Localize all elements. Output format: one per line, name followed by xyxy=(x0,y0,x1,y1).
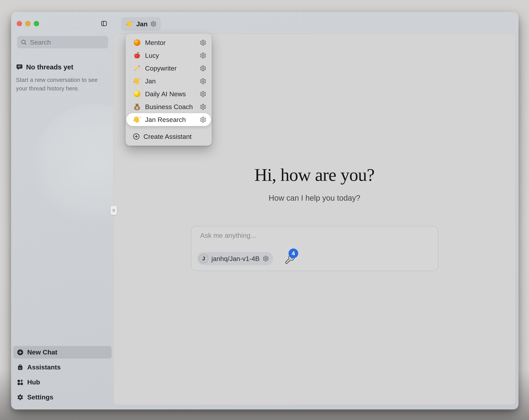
apple-icon xyxy=(132,51,142,60)
plus-circle-filled-icon xyxy=(17,349,24,356)
search-input[interactable] xyxy=(29,38,104,46)
plus-circle-icon xyxy=(132,133,140,140)
nav-item-label: Hub xyxy=(27,378,40,386)
chat-bubble-icon xyxy=(16,64,23,71)
chat-composer[interactable]: J janhq/Jan-v1-4B 4 xyxy=(191,226,438,271)
assistant-selector-label: Jan xyxy=(136,20,148,28)
close-button[interactable] xyxy=(17,21,22,26)
model-name-label: janhq/Jan-v1-4B xyxy=(212,255,260,262)
assistant-item-gear-icon[interactable] xyxy=(200,116,206,123)
sidebar-toggle-icon[interactable] xyxy=(101,20,107,27)
assistant-item-gear-icon[interactable] xyxy=(200,52,206,59)
greeting-title: Hi, how are you? xyxy=(114,164,516,185)
assistant-menu-item-jan[interactable]: Jan xyxy=(126,75,211,87)
assistant-menu-item-label: Mentor xyxy=(145,39,200,46)
settings-filled-icon xyxy=(17,394,24,401)
assistant-menu-item-business-coach[interactable]: $ Business Coach xyxy=(126,100,211,113)
assistant-menu-item-label: Jan xyxy=(145,77,200,85)
assistant-menu-item-label: Daily AI News xyxy=(145,90,200,98)
zoom-button[interactable] xyxy=(34,21,39,26)
assistants-icon xyxy=(17,364,24,371)
assistant-item-gear-icon[interactable] xyxy=(200,40,206,46)
model-avatar: J xyxy=(199,254,208,263)
tools-count-badge: 4 xyxy=(289,248,298,258)
model-settings-gear-icon[interactable] xyxy=(263,256,269,262)
sidebar-item-settings[interactable]: Settings xyxy=(13,391,112,404)
sidebar-nav: New Chat Assistants Hub Settings xyxy=(13,346,112,404)
sidebar-resize-handle[interactable] xyxy=(110,206,117,215)
app-window: Jan No threads yet Start a new conversat… xyxy=(11,12,518,409)
assistant-menu-item-label: Business Coach xyxy=(145,103,200,111)
assistant-menu: Mentor Lucy Copywriter Jan Daily AI News… xyxy=(126,34,212,146)
drag-dots-icon xyxy=(111,207,116,214)
yellow-circle-icon xyxy=(132,89,142,98)
assistant-menu-list: Mentor Lucy Copywriter Jan Daily AI News… xyxy=(126,36,211,126)
sidebar-item-assistants[interactable]: Assistants xyxy=(13,361,112,374)
hub-icon xyxy=(17,379,24,386)
wave-hand-icon xyxy=(132,77,142,86)
assistant-item-gear-icon[interactable] xyxy=(200,91,206,97)
assistant-item-gear-icon[interactable] xyxy=(200,104,206,110)
nav-item-label: Assistants xyxy=(27,363,61,371)
create-assistant-button[interactable]: Create Assistant xyxy=(126,130,211,143)
nav-item-label: Settings xyxy=(27,393,53,401)
minimize-button[interactable] xyxy=(25,21,30,26)
create-assistant-label: Create Assistant xyxy=(144,133,192,140)
assistant-menu-item-copywriter[interactable]: Copywriter xyxy=(126,62,211,75)
assistant-gear-icon[interactable] xyxy=(150,21,157,27)
assistant-menu-item-daily-ai-news[interactable]: Daily AI News xyxy=(126,87,211,100)
assistant-item-gear-icon[interactable] xyxy=(200,78,206,84)
assistant-menu-item-label: Jan Research xyxy=(145,116,200,123)
menu-divider xyxy=(128,128,209,128)
wave-hand-icon xyxy=(125,20,133,28)
money-bag-icon: $ xyxy=(132,102,142,111)
empty-state-title: No threads yet xyxy=(26,63,73,71)
sidebar-item-new-chat[interactable]: New Chat xyxy=(13,346,112,359)
empty-state-description: Start a new conversation to see your thr… xyxy=(16,76,107,93)
assistant-item-gear-icon[interactable] xyxy=(200,65,206,72)
threads-empty-state: No threads yet Start a new conversation … xyxy=(16,63,109,93)
search-icon xyxy=(21,39,27,45)
assistant-selector-button[interactable]: Jan xyxy=(121,17,161,31)
model-selector-chip[interactable]: J janhq/Jan-v1-4B xyxy=(197,252,273,265)
chat-input[interactable] xyxy=(200,231,414,240)
greeting-subtitle: How can I help you today? xyxy=(114,194,516,203)
orange-circle-icon xyxy=(132,38,142,47)
pencil-icon xyxy=(132,64,142,73)
wave-hand-icon xyxy=(132,115,142,124)
assistant-menu-item-mentor[interactable]: Mentor xyxy=(126,36,211,49)
assistant-menu-item-lucy[interactable]: Lucy xyxy=(126,49,211,62)
assistant-menu-item-jan-research[interactable]: Jan Research xyxy=(126,113,211,126)
svg-text:$: $ xyxy=(136,106,138,110)
search-box[interactable] xyxy=(17,36,108,48)
assistant-menu-item-label: Lucy xyxy=(145,52,200,59)
nav-item-label: New Chat xyxy=(27,348,57,356)
sidebar-item-hub[interactable]: Hub xyxy=(13,376,112,389)
window-controls xyxy=(17,21,39,26)
assistant-menu-item-label: Copywriter xyxy=(145,65,200,72)
